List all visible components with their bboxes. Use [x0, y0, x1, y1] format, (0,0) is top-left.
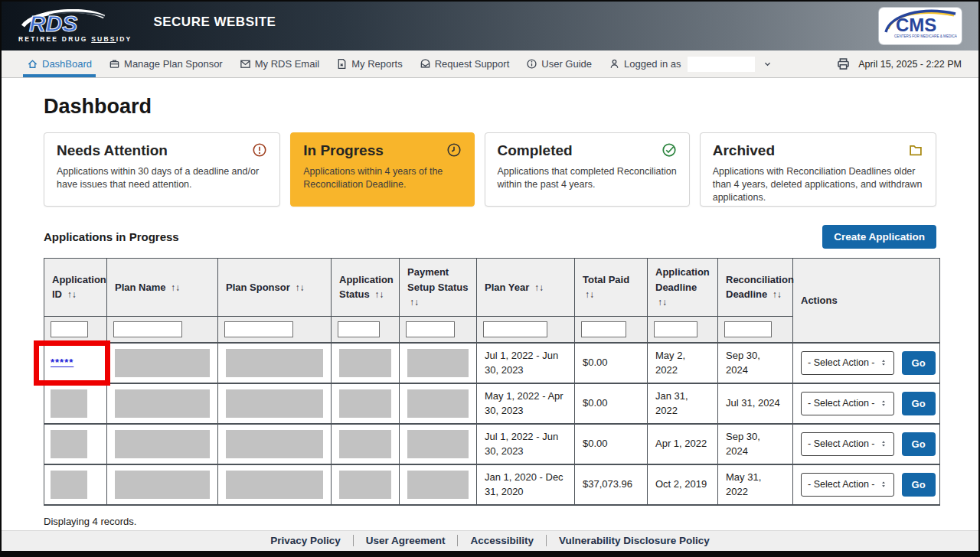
table-row: Jan 1, 2020 - Dec 31, 2020 $37,073.96 Oc… [44, 464, 940, 505]
info-icon [526, 58, 537, 70]
column-payment-setup-status[interactable]: Payment Setup Status ↑↓ [400, 259, 477, 317]
nav-item-logged-in-as[interactable]: Logged in as [600, 50, 780, 77]
filter-application-id[interactable] [51, 321, 88, 337]
redacted-application-id [51, 430, 87, 458]
filter-reconciliation-deadline[interactable] [724, 321, 772, 337]
clock-icon [446, 142, 462, 158]
action-select[interactable]: - Select Action - [801, 432, 894, 456]
briefcase-icon [109, 58, 120, 70]
sort-icon: ↑↓ [658, 297, 667, 308]
redacted-application-id [51, 389, 87, 418]
redacted-plan-name [115, 471, 210, 499]
column-reconciliation-deadline[interactable]: Reconciliation Deadline ↑↓ [718, 259, 793, 317]
application-deadline-cell: Jan 31, 2022 [648, 383, 718, 424]
check-circle-icon [662, 142, 677, 158]
nav-item-request-support[interactable]: Request Support [411, 50, 518, 77]
redacted-plan-name [115, 349, 210, 377]
application-deadline-cell: Apr 1, 2022 [648, 424, 718, 464]
alert-circle-icon [252, 142, 267, 158]
application-deadline-cell: Oct 2, 2019 [648, 464, 718, 505]
total-paid-cell: $37,073.96 [575, 464, 648, 505]
support-mail-icon [420, 58, 431, 70]
sort-icon: ↑↓ [773, 289, 782, 300]
site-label: SECURE WEBSITE [153, 15, 276, 30]
top-banner: RDS Retiree Drug Subsidy SECURE WEBSITE … [2, 2, 978, 50]
action-select[interactable]: - Select Action - [801, 392, 894, 415]
nav-item-manage-plan-sponsor[interactable]: Manage Plan Sponsor [100, 50, 231, 77]
section-title: Applications in Progress [44, 230, 179, 243]
records-count: Displaying 4 records. [44, 516, 936, 527]
go-button[interactable]: Go [902, 351, 936, 375]
rds-logo-icon: RDS [18, 9, 110, 35]
sort-icon: ↑↓ [585, 289, 594, 300]
redacted-payment-setup-status [407, 389, 469, 418]
nav-item-my-rds-email[interactable]: My RDS Email [231, 50, 328, 77]
card-archived[interactable]: Archived Applications with Reconciliatio… [700, 132, 936, 207]
total-paid-cell: $0.00 [575, 383, 648, 424]
redacted-plan-sponsor [226, 430, 323, 458]
sort-icon: ↑↓ [295, 282, 304, 293]
chevron-down-icon [763, 60, 772, 68]
nav-item-dashboard[interactable]: DashBoard [18, 50, 100, 77]
filter-plan-name[interactable] [113, 321, 182, 337]
main-nav: DashBoard Manage Plan Sponsor My RDS Ema… [2, 50, 978, 78]
filter-application-deadline[interactable] [654, 321, 697, 337]
filter-payment-setup-status[interactable] [406, 321, 455, 337]
svg-text:CMS: CMS [896, 15, 936, 35]
redacted-payment-setup-status [407, 471, 469, 499]
redacted-plan-sponsor [226, 349, 323, 377]
footer-link-user-agreement[interactable]: User Agreement [353, 535, 458, 546]
redacted-application-status [339, 349, 391, 377]
application-id-link[interactable]: ***** [51, 357, 74, 368]
print-icon[interactable] [836, 57, 851, 71]
action-select[interactable]: - Select Action - [801, 351, 894, 375]
nav-item-user-guide[interactable]: User Guide [518, 50, 600, 77]
total-paid-cell: $0.00 [575, 424, 648, 464]
svg-text:RDS: RDS [29, 11, 77, 35]
filter-total-paid[interactable] [581, 321, 626, 337]
card-needs-attention[interactable]: Needs Attention Applications within 30 d… [44, 132, 280, 207]
redacted-application-status [339, 389, 391, 418]
filter-plan-sponsor[interactable] [224, 321, 293, 337]
filter-application-status[interactable] [338, 321, 380, 337]
card-completed[interactable]: Completed Applications that completed Re… [485, 132, 690, 207]
filter-plan-year[interactable] [483, 321, 547, 337]
plan-year-cell: Jul 1, 2022 - Jun 30, 2023 [477, 424, 575, 464]
reconciliation-deadline-cell: Jul 31, 2024 [718, 383, 793, 424]
go-button[interactable]: Go [902, 432, 936, 456]
column-application-id[interactable]: Application ID ↑↓ [44, 259, 107, 317]
footer-link-accessibility[interactable]: Accessibility [457, 535, 546, 546]
column-plan-name[interactable]: Plan Name ↑↓ [107, 259, 218, 317]
redacted-payment-setup-status [407, 430, 469, 458]
column-application-status[interactable]: Application Status ↑↓ [332, 259, 400, 317]
column-application-deadline[interactable]: Application Deadline ↑↓ [648, 259, 718, 317]
column-plan-sponsor[interactable]: Plan Sponsor ↑↓ [218, 259, 332, 317]
page-footer: Privacy Policy User Agreement Accessibil… [2, 530, 978, 555]
table-row: Jul 1, 2022 - Jun 30, 2023 $0.00 Apr 1, … [44, 424, 940, 464]
footer-link-privacy-policy[interactable]: Privacy Policy [258, 535, 353, 546]
go-button[interactable]: Go [902, 392, 936, 415]
go-button[interactable]: Go [902, 473, 936, 497]
nav-item-my-reports[interactable]: My Reports [328, 50, 410, 77]
card-in-progress[interactable]: In Progress Applications within 4 years … [290, 132, 474, 207]
select-arrows-icon [880, 439, 887, 448]
redacted-application-status [339, 471, 391, 499]
select-arrows-icon [880, 480, 887, 489]
status-cards: Needs Attention Applications within 30 d… [44, 132, 936, 207]
column-plan-year[interactable]: Plan Year ↑↓ [477, 259, 575, 317]
column-total-paid[interactable]: Total Paid ↑↓ [575, 259, 648, 317]
plan-year-cell: Jan 1, 2020 - Dec 31, 2020 [477, 464, 575, 505]
folder-icon [908, 142, 923, 158]
application-deadline-cell: May 2, 2022 [648, 343, 718, 383]
footer-link-vulnerability-disclosure[interactable]: Vulnerability Disclosure Policy [546, 535, 722, 546]
create-application-button[interactable]: Create Application [822, 225, 936, 249]
rds-logo: RDS Retiree Drug Subsidy [18, 9, 132, 43]
reconciliation-deadline-cell: Sep 30, 2024 [718, 424, 793, 464]
logged-in-username-redacted [688, 57, 755, 72]
report-file-icon [336, 58, 348, 70]
action-select[interactable]: - Select Action - [801, 473, 894, 497]
person-icon [609, 58, 620, 70]
app-window: RDS Retiree Drug Subsidy SECURE WEBSITE … [0, 0, 980, 557]
datetime-display: April 15, 2025 - 2:22 PM [858, 59, 962, 70]
main-content: Dashboard Needs Attention Applications w… [2, 78, 978, 530]
